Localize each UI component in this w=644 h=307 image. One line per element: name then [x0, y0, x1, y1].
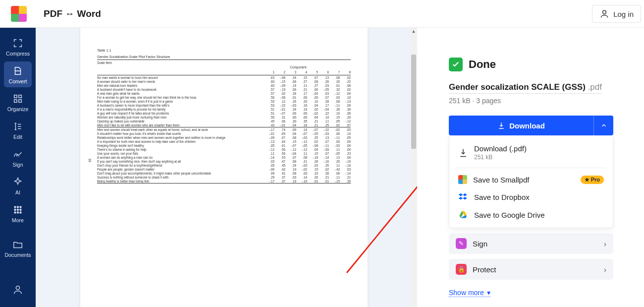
user-icon — [599, 9, 609, 19]
done-label: Done — [469, 58, 496, 71]
svg-rect-2 — [19, 95, 22, 98]
table-row: Men don't like to be with women who are … — [97, 123, 351, 127]
show-more-label: Show more — [449, 289, 484, 297]
table-row: There's no shame in asking for help-.12.… — [97, 147, 351, 151]
dropdown-item-sub: 251 kB — [474, 154, 527, 161]
table-row: Don't brag about your accomplishments; i… — [97, 171, 351, 175]
rail-label: Sign — [12, 162, 23, 168]
result-panel: Done Gender socalization SCALE (GSS) .pd… — [417, 28, 644, 307]
ai-icon — [12, 177, 23, 187]
table-row: Don't drop your friends for a boyfriend/… — [97, 163, 351, 167]
chevron-up-icon — [600, 122, 607, 129]
rail-ai[interactable]: AI — [4, 173, 32, 198]
rail-organize[interactable]: Organize — [4, 89, 32, 115]
table-row: Men and women should treat each other as… — [97, 127, 351, 131]
table-row: A woman should cater to her man's needs.… — [97, 79, 351, 83]
download-caret-button[interactable] — [593, 116, 613, 135]
document-viewer: 95 Table 1.1 Gender Socialization Scale … — [36, 28, 417, 307]
table-row: No man wants a woman to boss him around.… — [97, 75, 351, 79]
download-icon — [497, 122, 505, 129]
svg-point-6 — [17, 206, 19, 208]
rail-edit[interactable]: Edit — [4, 117, 32, 143]
sign-icon: ✎ — [456, 238, 467, 249]
rail-label: Organize — [7, 106, 29, 112]
svg-point-12 — [17, 212, 19, 213]
scroll-thumb[interactable] — [411, 55, 416, 149]
page-number: 95 — [88, 159, 92, 162]
table-row: Opening up makes you vulnerable.45.06.30… — [97, 119, 351, 123]
rail-convert[interactable]: Convert — [4, 61, 32, 87]
document-page: 95 Table 1.1 Gender Socialization Scale … — [80, 28, 368, 307]
svg-point-7 — [20, 206, 21, 208]
page-title: PDF ↔ Word — [44, 8, 101, 19]
table-row: For a woman to get her way, she should l… — [97, 95, 351, 99]
show-more-link[interactable]: Show more ▾ — [449, 289, 490, 297]
table-row: People are people; gender doesn't matter… — [97, 167, 351, 171]
svg-point-11 — [14, 212, 16, 213]
table-row: A real man gets what he wants.57.02.34.1… — [97, 91, 351, 95]
col-header: Scale Item — [97, 61, 351, 64]
table-row: It is important for both men and women t… — [97, 139, 351, 143]
dropdown-save-smallpdf[interactable]: Save to Smallpdf ★Pro — [449, 171, 613, 188]
organize-icon — [12, 93, 23, 104]
table-row: Men hate losing to a woman, even if it i… — [97, 99, 351, 103]
svg-rect-1 — [14, 95, 17, 98]
action-protect[interactable]: 🔒 Protect › — [449, 259, 613, 280]
scroll-up-icon[interactable]: ▲ — [410, 28, 417, 35]
table-number: Table 1.1 — [97, 49, 351, 52]
login-button[interactable]: Log in — [592, 5, 641, 23]
rail-label: Documents — [4, 252, 31, 258]
table-row: Keeping things inside isn't healthy.05.6… — [97, 143, 351, 147]
table-row: Women are naturally just more nurturing … — [97, 115, 351, 119]
lock-icon: 🔒 — [456, 264, 467, 275]
download-dropdown: Download (.pdf) 251 kB Save to Smallpdf … — [449, 135, 613, 228]
table-row: A husband shouldn't have to do housework… — [97, 87, 351, 91]
grid-icon — [12, 204, 23, 215]
table-row: Relationships work better when men and w… — [97, 135, 351, 139]
done-badge — [449, 58, 463, 71]
download-icon — [458, 148, 468, 158]
svg-point-13 — [20, 212, 21, 213]
action-sign[interactable]: ✎ Sign › — [449, 233, 613, 254]
chevron-right-icon: › — [604, 240, 606, 248]
rail-label: More — [12, 217, 24, 223]
svg-point-9 — [17, 209, 19, 211]
dropdown-save-dropbox[interactable]: Save to Dropbox — [449, 188, 613, 206]
table-row: A guy will lose respect if he talks abou… — [97, 111, 351, 115]
folder-icon — [12, 239, 23, 250]
brand-logo — [11, 6, 27, 22]
rail-compress[interactable]: Compress — [4, 34, 32, 60]
chevron-right-icon: › — [604, 265, 606, 274]
scrollbar[interactable]: ▲ — [410, 28, 417, 307]
dropdown-save-gdrive[interactable]: Save to Google Drive — [449, 206, 613, 224]
svg-rect-3 — [14, 100, 17, 103]
dropdown-item-label: Save to Dropbox — [474, 193, 530, 201]
check-icon — [451, 60, 460, 69]
rail-label: AI — [15, 189, 20, 195]
download-label: Download — [509, 122, 545, 130]
rail-label: Edit — [13, 134, 22, 140]
app-header: PDF ↔ Word Log in — [0, 0, 644, 28]
edit-icon — [12, 121, 23, 132]
table-row: Being healthy is better than being thin-… — [97, 179, 351, 184]
rail-more[interactable]: More — [4, 200, 32, 226]
rail-sign[interactable]: Sign — [4, 145, 32, 171]
svg-point-8 — [14, 209, 16, 211]
svg-point-0 — [603, 10, 606, 14]
compress-icon — [12, 38, 23, 49]
dropdown-download-pdf[interactable]: Download (.pdf) 251 kB — [449, 140, 613, 165]
table-title: Gender Socialization Scale Pilot Factor … — [97, 55, 351, 60]
svg-rect-4 — [19, 100, 22, 103]
rail-documents[interactable]: Documents — [4, 235, 32, 261]
svg-point-10 — [20, 209, 21, 211]
rail-label: Convert — [9, 78, 27, 84]
table-row: It is a man's responsibility to provide … — [97, 107, 351, 111]
dropdown-item-label: Download (.pdf) — [474, 144, 527, 153]
file-meta: 251 kB · 3 pages — [449, 97, 615, 105]
download-button[interactable]: Download — [449, 116, 593, 135]
table-row: A husband's career is more important tha… — [97, 103, 351, 107]
column-headers: 12345678 — [97, 69, 351, 75]
convert-icon — [12, 65, 23, 76]
table-row: Success is nothing without someone to sh… — [97, 175, 351, 179]
rail-account[interactable] — [4, 280, 32, 298]
